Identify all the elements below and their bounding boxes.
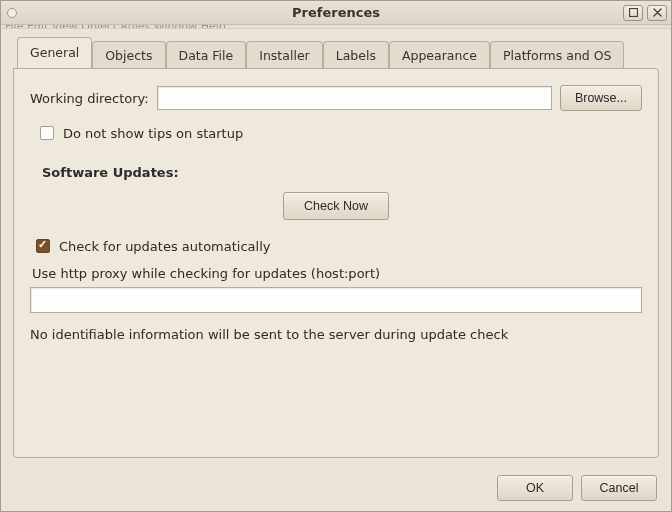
tab-label: General <box>30 45 79 60</box>
browse-button[interactable]: Browse... <box>560 85 642 111</box>
tab-label: Installer <box>259 48 309 63</box>
tab-platforms[interactable]: Platforms and OS <box>490 41 624 69</box>
auto-check-checkbox[interactable] <box>36 239 50 253</box>
check-now-row: Check Now <box>30 192 642 220</box>
titlebar: Preferences <box>1 1 671 25</box>
check-now-button[interactable]: Check Now <box>283 192 389 220</box>
tabpanel-general: Working directory: Browse... Do not show… <box>13 68 659 458</box>
window-title: Preferences <box>1 5 671 20</box>
svg-rect-0 <box>629 9 637 17</box>
button-label: OK <box>526 481 544 495</box>
tab-label: Platforms and OS <box>503 48 611 63</box>
tab-objects[interactable]: Objects <box>92 41 165 69</box>
auto-check-label: Check for updates automatically <box>59 239 270 254</box>
tab-label: Data File <box>179 48 234 63</box>
tabbar: General Objects Data File Installer Labe… <box>17 37 659 68</box>
working-directory-input[interactable] <box>157 86 552 110</box>
tab-general[interactable]: General <box>17 37 92 68</box>
working-directory-label: Working directory: <box>30 91 149 106</box>
app-icon <box>7 8 17 18</box>
button-label: Browse... <box>575 91 627 105</box>
maximize-button[interactable] <box>623 5 643 21</box>
privacy-note: No identifiable information will be sent… <box>30 327 642 342</box>
tab-appearance[interactable]: Appearance <box>389 41 490 69</box>
tab-data-file[interactable]: Data File <box>166 41 247 69</box>
window-controls <box>623 5 671 21</box>
no-tips-label: Do not show tips on startup <box>63 126 243 141</box>
ok-button[interactable]: OK <box>497 475 573 501</box>
tab-label: Appearance <box>402 48 477 63</box>
proxy-label: Use http proxy while checking for update… <box>32 266 642 281</box>
button-label: Check Now <box>304 199 368 213</box>
proxy-input[interactable] <box>30 287 642 313</box>
auto-check-row: Check for updates automatically <box>32 236 642 256</box>
preferences-window: Preferences File Edit View Object Rules … <box>0 0 672 512</box>
dialog-footer: OK Cancel <box>497 475 657 501</box>
no-tips-checkbox[interactable] <box>40 126 54 140</box>
cancel-button[interactable]: Cancel <box>581 475 657 501</box>
content-area: General Objects Data File Installer Labe… <box>1 29 671 458</box>
close-button[interactable] <box>647 5 667 21</box>
tab-installer[interactable]: Installer <box>246 41 322 69</box>
software-updates-heading: Software Updates: <box>42 165 642 180</box>
tab-label: Labels <box>336 48 376 63</box>
working-directory-row: Working directory: Browse... <box>30 85 642 111</box>
tab-labels[interactable]: Labels <box>323 41 389 69</box>
no-tips-row: Do not show tips on startup <box>36 123 642 143</box>
tab-label: Objects <box>105 48 152 63</box>
button-label: Cancel <box>600 481 639 495</box>
